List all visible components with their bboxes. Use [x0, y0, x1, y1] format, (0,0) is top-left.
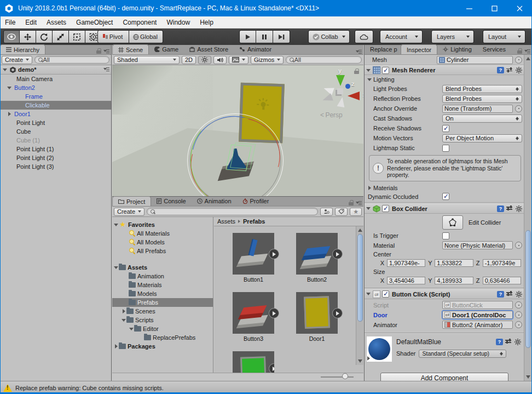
tab-console[interactable]: Console — [151, 196, 191, 206]
hierarchy-item-point-light-1[interactable]: Point Light (1) — [0, 145, 111, 153]
tree-favorites[interactable]: ★Favorites — [112, 220, 213, 229]
status-bar[interactable]: Replace prefab warning: Cube contains mi… — [0, 381, 532, 394]
scene-orientation-gizmo[interactable]: y z x — [319, 68, 362, 117]
pivot-toggle[interactable]: Pivot — [97, 30, 129, 43]
hierarchy-item-frame[interactable]: Frame — [0, 92, 111, 101]
asset-thumbnail[interactable] — [233, 233, 274, 275]
preset-icon[interactable] — [506, 67, 513, 73]
menu-edit[interactable]: Edit — [20, 16, 42, 28]
search-by-type-button[interactable] — [320, 208, 333, 216]
lock-icon[interactable] — [96, 50, 101, 54]
foldout-arrow-icon[interactable] — [121, 309, 126, 313]
object-picker-icon[interactable] — [515, 301, 522, 309]
hierarchy-item-point-light[interactable]: Point Light — [0, 118, 111, 127]
motion-vectors-dropdown[interactable]: Per Object Motion — [442, 134, 522, 142]
asset-button3[interactable]: Button3 — [226, 292, 281, 342]
object-picker-icon[interactable] — [515, 311, 522, 318]
axis-center-cube[interactable] — [337, 88, 343, 94]
size-z-field[interactable]: 0,636466 — [483, 277, 521, 284]
menu-help[interactable]: Help — [195, 16, 218, 28]
hierarchy-search-input[interactable] — [43, 56, 106, 63]
panel-menu-icon[interactable] — [103, 49, 109, 54]
tree-all-models[interactable]: All Models — [112, 238, 213, 247]
asset-door1[interactable]: Door1 — [290, 292, 344, 342]
scene-search[interactable] — [286, 56, 362, 64]
breadcrumb-current[interactable]: Prefabs — [243, 218, 265, 225]
center-x-field[interactable]: 1,907349e- — [387, 259, 425, 267]
layers-dropdown[interactable]: Layers — [431, 30, 474, 43]
rect-tool-button[interactable] — [69, 30, 85, 43]
reflection-probes-dropdown[interactable]: Blend Probes — [442, 95, 522, 103]
tree-models[interactable]: Models — [112, 289, 213, 298]
foldout-arrow-icon[interactable] — [366, 293, 371, 295]
dynamic-occluded-checkbox[interactable] — [442, 193, 449, 200]
scale-tool-button[interactable] — [53, 30, 69, 43]
edit-collider-button[interactable] — [442, 215, 463, 230]
create-dropdown[interactable]: Create — [114, 208, 144, 216]
scroll-up-icon[interactable] — [358, 229, 362, 232]
axis-y-cone[interactable] — [336, 75, 345, 86]
foldout-arrow-icon[interactable] — [129, 328, 134, 330]
gear-icon[interactable] — [516, 291, 522, 298]
foldout-arrow-icon[interactable] — [366, 69, 371, 72]
asset-door-green[interactable] — [226, 351, 281, 373]
object-picker-icon[interactable] — [515, 56, 522, 64]
hierarchy-search[interactable] — [34, 56, 109, 64]
tree-materials[interactable]: Materials — [112, 281, 213, 289]
lighting-toggle[interactable] — [198, 56, 211, 64]
menu-assets[interactable]: Assets — [42, 16, 71, 28]
asset-button2[interactable]: Button2 — [290, 233, 344, 283]
hierarchy-item-cube[interactable]: Cube — [0, 127, 111, 136]
asset-thumbnail[interactable] — [233, 351, 274, 373]
effects-dropdown[interactable] — [229, 56, 248, 64]
panel-menu-icon[interactable] — [524, 49, 530, 54]
account-dropdown[interactable]: Account — [380, 30, 423, 43]
hierarchy-item-cube-1[interactable]: Cube (1) — [0, 136, 111, 145]
menu-gameobject[interactable]: GameObject — [71, 16, 118, 28]
foldout-arrow-icon[interactable] — [113, 266, 119, 269]
gear-icon[interactable] — [516, 67, 522, 73]
scene-viewport[interactable]: y z x < Persp — [112, 65, 363, 196]
tree-scenes[interactable]: Scenes — [112, 307, 213, 316]
scene-menu-icon[interactable] — [103, 67, 109, 72]
2d-toggle[interactable]: 2D — [182, 56, 196, 64]
scene-header-row[interactable]: demo* — [0, 65, 111, 75]
tab-animation[interactable]: Animation — [192, 196, 237, 206]
scrollbar-thumb[interactable] — [525, 230, 531, 348]
scene-search-input[interactable] — [294, 56, 358, 63]
hierarchy-item-main-camera[interactable]: Main Camera — [0, 75, 111, 83]
center-y-field[interactable]: 1,533822 — [435, 259, 473, 267]
menu-window[interactable]: Window — [161, 16, 195, 28]
tree-prefabs[interactable]: Prefabs — [112, 298, 213, 307]
hand-tool-button[interactable] — [3, 30, 20, 43]
asset-thumbnail[interactable] — [296, 233, 338, 275]
size-y-field[interactable]: 4,189933 — [435, 277, 473, 284]
tab-replace-prefabs[interactable]: Replace p — [365, 44, 401, 54]
hierarchy-item-button2[interactable]: Button2 — [0, 83, 111, 92]
physic-material-field[interactable]: None (Physic Material) — [442, 241, 513, 249]
close-button[interactable] — [507, 0, 532, 16]
thumbnail-zoom-knob[interactable] — [342, 373, 348, 379]
help-icon[interactable]: ? — [497, 205, 504, 212]
tab-hierarchy[interactable]: Hierarchy — [0, 44, 45, 54]
project-search[interactable] — [147, 208, 318, 215]
object-picker-icon[interactable] — [515, 321, 522, 328]
pause-button[interactable] — [256, 30, 273, 43]
tree-all-prefabs[interactable]: All Prefabs — [112, 247, 213, 255]
materials-foldout[interactable]: Materials — [365, 184, 524, 192]
tree-scripts[interactable]: Scripts — [112, 316, 213, 324]
box-collider-header[interactable]: Box Collider ? — [365, 204, 524, 214]
hierarchy-item-clickable[interactable]: Clickable — [0, 101, 111, 110]
light-gizmo-icon[interactable] — [257, 99, 269, 112]
hierarchy-item-door1[interactable]: Door1 — [0, 110, 111, 118]
inspector-scrollbar[interactable] — [524, 55, 532, 381]
anchor-override-field[interactable]: None (Transform) — [442, 105, 513, 113]
preset-icon[interactable] — [506, 291, 513, 297]
axis-x-label[interactable]: x — [363, 92, 363, 98]
cloud-button[interactable] — [355, 30, 373, 43]
audio-toggle[interactable] — [213, 56, 227, 64]
component-enabled-checkbox[interactable] — [382, 205, 389, 212]
tab-scene[interactable]: Scene — [112, 44, 149, 54]
tab-inspector[interactable]: Inspector — [401, 44, 437, 54]
axis-z-cone[interactable] — [345, 84, 350, 89]
